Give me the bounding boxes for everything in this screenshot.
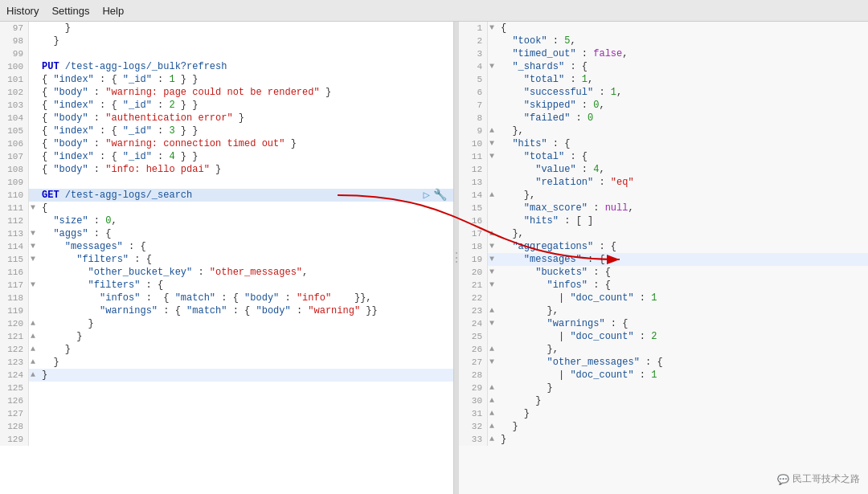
line-content: "took" : 5,: [497, 35, 868, 47]
line-number: 110: [0, 189, 29, 202]
line-toggle[interactable]: ▼: [488, 356, 497, 369]
line-number: 14: [459, 189, 488, 202]
line-number: 7: [459, 99, 488, 112]
line-content: }: [39, 35, 453, 47]
line-toggle[interactable]: ▲: [488, 382, 497, 394]
line-toggle: [488, 99, 497, 112]
menubar: History Settings Help: [0, 0, 868, 22]
line-toggle[interactable]: ▲: [488, 407, 497, 420]
line-content: },: [497, 125, 868, 137]
line-toggle: [29, 99, 39, 112]
line-content: "messages" : {: [497, 253, 868, 266]
line-toggle: [29, 73, 39, 86]
line-number: 109: [0, 176, 29, 189]
line-number: 5: [459, 73, 488, 86]
line-toggle[interactable]: ▲: [29, 343, 39, 356]
line-toggle[interactable]: ▼: [488, 240, 497, 253]
wrench-icon[interactable]: 🔧: [433, 189, 447, 202]
run-icon[interactable]: ▷: [424, 189, 430, 202]
right-line-28: 28 | "doc_count" : 1: [459, 369, 868, 382]
line-number: 114: [0, 240, 29, 253]
line-toggle[interactable]: ▲: [488, 304, 497, 317]
left-line-98: 98 }: [0, 35, 453, 47]
line-content: }: [39, 330, 453, 343]
line-content: [39, 176, 453, 189]
line-toggle[interactable]: ▼: [29, 279, 39, 292]
line-content: [39, 420, 453, 433]
right-line-11: 11▼ "total" : {: [459, 150, 868, 163]
right-line-22: 22 | "doc_count" : 1: [459, 292, 868, 304]
line-number: 1: [459, 22, 488, 35]
line-toolbar: ▷🔧: [424, 189, 453, 202]
line-toggle[interactable]: ▼: [488, 150, 497, 163]
line-content: }: [497, 394, 868, 407]
line-content: | "doc_count" : 1: [497, 292, 868, 304]
line-content: "warnings" : {: [497, 317, 868, 330]
menu-help[interactable]: Help: [102, 5, 124, 17]
left-line-99: 99: [0, 47, 453, 60]
right-line-30: 30▲ }: [459, 394, 868, 407]
right-line-29: 29▲ }: [459, 382, 868, 394]
line-toggle[interactable]: ▼: [488, 137, 497, 150]
line-toggle[interactable]: ▲: [488, 394, 497, 407]
line-toggle[interactable]: ▼: [29, 202, 39, 214]
line-toggle[interactable]: ▲: [29, 369, 39, 382]
left-line-118: 118 "infos" : { "match" : { "body" : "in…: [0, 292, 453, 304]
line-toggle[interactable]: ▲: [488, 189, 497, 202]
line-toggle[interactable]: ▲: [29, 330, 39, 343]
right-code-area: 1▼{2 "took" : 5,3 "timed_out" : false,4▼…: [459, 22, 868, 494]
line-toggle[interactable]: ▲: [488, 420, 497, 433]
line-number: 129: [0, 433, 29, 446]
right-line-7: 7 "skipped" : 0,: [459, 99, 868, 112]
line-toggle[interactable]: ▼: [29, 227, 39, 240]
line-toggle[interactable]: ▼: [29, 253, 39, 266]
right-line-33: 33▲}: [459, 433, 868, 446]
right-line-14: 14▲ },: [459, 189, 868, 202]
left-line-120: 120▲ }: [0, 317, 453, 330]
line-toggle[interactable]: ▼: [488, 22, 497, 35]
line-content: "hits" : [ ]: [497, 214, 868, 227]
line-content: "warnings" : { "match" : { "body" : "war…: [39, 304, 453, 317]
line-toggle[interactable]: ▲: [488, 125, 497, 137]
line-toggle[interactable]: ▼: [488, 279, 497, 292]
line-toggle[interactable]: ▲: [488, 433, 497, 446]
left-code-lines: 97 }98 }99 100 PUT /test-agg-logs/_bulk?…: [0, 22, 453, 446]
line-content: }: [39, 369, 453, 382]
left-line-102: 102 { "body" : "warning: page could not …: [0, 86, 453, 99]
line-toggle: [29, 382, 39, 394]
line-toggle[interactable]: ▼: [488, 60, 497, 73]
right-line-6: 6 "successful" : 1,: [459, 86, 868, 99]
line-toggle: [29, 292, 39, 304]
line-toggle[interactable]: ▲: [29, 317, 39, 330]
line-content: },: [497, 227, 868, 240]
left-line-124: 124▲}: [0, 369, 453, 382]
right-line-27: 27▼ "other_messages" : {: [459, 356, 868, 369]
left-line-107: 107 { "index" : { "_id" : 4 } }: [0, 150, 453, 163]
menu-settings[interactable]: Settings: [51, 5, 89, 17]
line-toggle[interactable]: ▼: [488, 317, 497, 330]
line-number: 9: [459, 125, 488, 137]
line-toggle[interactable]: ▲: [29, 356, 39, 369]
line-toggle[interactable]: ▼: [488, 266, 497, 279]
line-content: }: [497, 433, 868, 446]
line-toggle: [29, 22, 39, 35]
line-content: },: [497, 189, 868, 202]
line-number: 3: [459, 47, 488, 60]
line-number: 126: [0, 394, 29, 407]
line-number: 30: [459, 394, 488, 407]
left-panel: 97 }98 }99 100 PUT /test-agg-logs/_bulk?…: [0, 22, 454, 494]
line-toggle[interactable]: ▼: [29, 240, 39, 253]
line-content: {: [497, 22, 868, 35]
right-line-31: 31▲ }: [459, 407, 868, 420]
line-number: 17: [459, 227, 488, 240]
line-toggle: [488, 369, 497, 382]
line-toggle[interactable]: ▲: [488, 227, 497, 240]
line-number: 23: [459, 304, 488, 317]
line-content: "total" : {: [497, 150, 868, 163]
line-toggle[interactable]: ▲: [488, 343, 497, 356]
menu-history[interactable]: History: [6, 5, 39, 17]
left-code-area: 97 }98 }99 100 PUT /test-agg-logs/_bulk?…: [0, 22, 453, 494]
line-content: [39, 47, 453, 60]
line-toggle[interactable]: ▼: [488, 253, 497, 266]
line-number: 99: [0, 47, 29, 60]
